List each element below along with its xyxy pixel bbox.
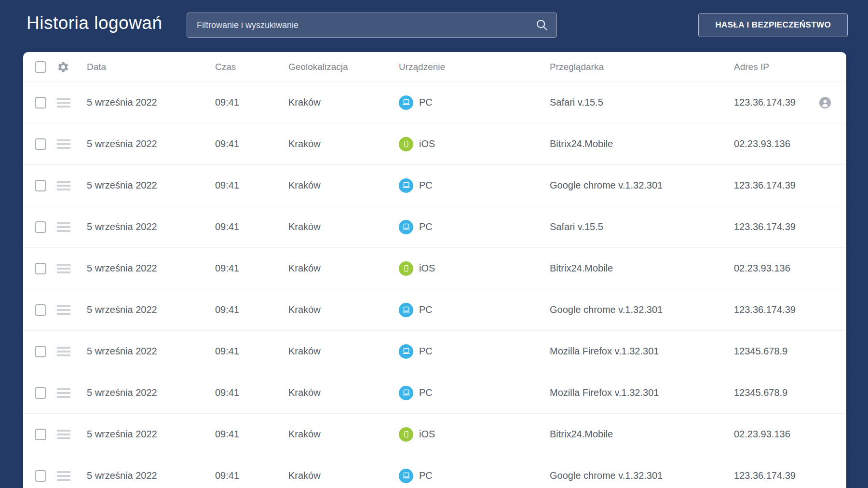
table-body: 5 września 2022 09:41 Kraków PC Safari v… <box>23 82 846 488</box>
date-cell: 5 września 2022 <box>87 304 215 315</box>
row-checkbox[interactable] <box>35 387 46 399</box>
table-row: 5 września 2022 09:41 Kraków PC Safari v… <box>23 82 846 123</box>
row-menu-icon[interactable] <box>57 469 70 483</box>
date-cell: 5 września 2022 <box>87 263 215 274</box>
smartphone-icon <box>399 261 413 276</box>
row-menu-icon[interactable] <box>57 220 70 234</box>
date-cell: 5 września 2022 <box>87 387 215 398</box>
location-cell: Kraków <box>288 221 399 232</box>
row-checkbox[interactable] <box>35 429 46 440</box>
ip-cell: 123.36.174.39 <box>734 180 811 191</box>
location-cell: Kraków <box>288 138 399 149</box>
gear-icon[interactable] <box>57 61 69 73</box>
table-row: 5 września 2022 09:41 Kraków PC Google c… <box>23 289 846 331</box>
passwords-security-button[interactable]: HASŁA I BEZPIECZEŃSTWO <box>698 13 848 37</box>
date-cell: 5 września 2022 <box>87 346 215 357</box>
row-checkbox[interactable] <box>35 304 46 316</box>
select-all-checkbox[interactable] <box>35 61 46 73</box>
browser-cell: Bitrix24.Mobile <box>550 263 734 274</box>
table-row: 5 września 2022 09:41 Kraków PC Mozilla … <box>23 372 846 414</box>
time-cell: 09:41 <box>215 180 288 191</box>
location-cell: Kraków <box>288 429 399 440</box>
device-cell: iOS <box>399 137 550 151</box>
column-header-przegladarka[interactable]: Przeglądarka <box>550 62 734 72</box>
browser-cell: Mozilla Firefox v.1.32.301 <box>550 346 734 357</box>
row-menu-icon[interactable] <box>57 137 70 151</box>
browser-cell: Safari v.15.5 <box>550 221 734 232</box>
laptop-icon <box>399 220 413 234</box>
time-cell: 09:41 <box>215 263 288 274</box>
ip-cell: 123.36.174.39 <box>734 470 811 481</box>
smartphone-icon <box>399 427 413 442</box>
row-checkbox[interactable] <box>35 97 46 108</box>
page-title: Historia logowań <box>27 13 163 33</box>
time-cell: 09:41 <box>215 97 288 108</box>
device-label: PC <box>419 221 433 232</box>
table-row: 5 września 2022 09:41 Kraków PC Google c… <box>23 455 846 488</box>
device-label: iOS <box>419 263 435 274</box>
device-label: PC <box>419 387 433 398</box>
row-menu-icon[interactable] <box>57 179 70 192</box>
ip-cell: 123.36.174.39 <box>734 97 811 108</box>
row-menu-icon[interactable] <box>57 345 70 358</box>
row-menu-icon[interactable] <box>57 303 70 317</box>
date-cell: 5 września 2022 <box>87 221 215 232</box>
date-cell: 5 września 2022 <box>87 180 215 191</box>
row-menu-icon[interactable] <box>57 96 70 109</box>
ip-cell: 12345.678.9 <box>734 346 811 357</box>
date-cell: 5 września 2022 <box>87 138 215 149</box>
laptop-icon <box>399 178 413 193</box>
table-row: 5 września 2022 09:41 Kraków PC Google c… <box>23 165 846 206</box>
location-cell: Kraków <box>288 346 399 357</box>
row-menu-icon[interactable] <box>57 428 70 441</box>
location-cell: Kraków <box>288 387 399 398</box>
row-checkbox[interactable] <box>35 180 46 191</box>
browser-cell: Mozilla Firefox v.1.32.301 <box>550 387 734 398</box>
login-history-table: Data Czas Geolokalizacja Urządzenie Prze… <box>23 52 846 488</box>
row-checkbox[interactable] <box>35 221 46 233</box>
location-cell: Kraków <box>288 304 399 315</box>
search-icon[interactable] <box>535 18 556 32</box>
browser-cell: Google chrome v.1.32.301 <box>550 304 734 315</box>
location-cell: Kraków <box>288 180 399 191</box>
browser-cell: Safari v.15.5 <box>550 97 734 108</box>
smartphone-icon <box>399 137 413 151</box>
ip-cell: 02.23.93.136 <box>734 138 811 149</box>
laptop-icon <box>399 344 413 359</box>
row-checkbox[interactable] <box>35 346 46 357</box>
time-cell: 09:41 <box>215 138 288 149</box>
device-cell: PC <box>399 469 550 483</box>
table-row: 5 września 2022 09:41 Kraków iOS Bitrix2… <box>23 248 846 289</box>
device-label: PC <box>419 346 433 357</box>
column-header-data[interactable]: Data <box>87 62 215 72</box>
table-row: 5 września 2022 09:41 Kraków iOS Bitrix2… <box>23 123 846 165</box>
current-user-icon <box>819 97 831 108</box>
time-cell: 09:41 <box>215 429 288 440</box>
row-checkbox[interactable] <box>35 263 46 274</box>
row-checkbox[interactable] <box>35 470 46 482</box>
column-header-czas[interactable]: Czas <box>215 62 288 72</box>
laptop-icon <box>399 386 413 400</box>
ip-cell: 123.36.174.39 <box>734 221 811 232</box>
laptop-icon <box>399 469 413 483</box>
location-cell: Kraków <box>288 263 399 274</box>
device-label: PC <box>419 470 433 481</box>
device-label: PC <box>419 180 433 191</box>
column-header-adres-ip[interactable]: Adres IP <box>734 62 811 72</box>
search-input[interactable] <box>187 13 535 37</box>
search-box[interactable] <box>187 13 557 38</box>
column-header-geolokalizacja[interactable]: Geolokalizacja <box>288 62 399 72</box>
device-cell: PC <box>399 386 550 400</box>
browser-cell: Bitrix24.Mobile <box>550 429 734 440</box>
device-cell: iOS <box>399 427 550 442</box>
row-menu-icon[interactable] <box>57 262 70 275</box>
row-menu-icon[interactable] <box>57 386 70 400</box>
date-cell: 5 września 2022 <box>87 470 215 481</box>
location-cell: Kraków <box>288 470 399 481</box>
column-header-urzadzenie[interactable]: Urządzenie <box>399 62 550 72</box>
device-label: iOS <box>419 138 435 149</box>
table-row: 5 września 2022 09:41 Kraków PC Mozilla … <box>23 331 846 372</box>
device-cell: PC <box>399 95 550 110</box>
ip-cell: 02.23.93.136 <box>734 263 811 274</box>
row-checkbox[interactable] <box>35 138 46 150</box>
